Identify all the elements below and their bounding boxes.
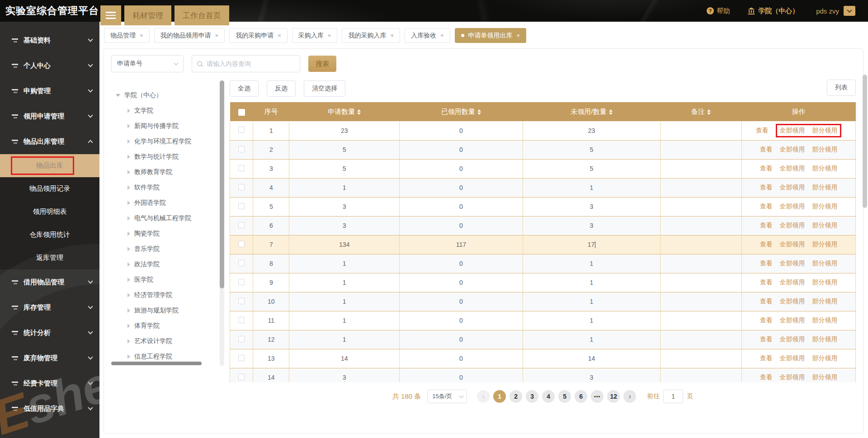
column-header-4[interactable]: 备注	[660, 102, 742, 121]
collapsed-arrow-icon[interactable]	[127, 216, 130, 221]
row-checkbox[interactable]	[238, 317, 245, 323]
expanded-arrow-icon[interactable]	[116, 94, 120, 97]
goto-page-input[interactable]	[663, 390, 683, 403]
page-button-4[interactable]: 4	[542, 390, 555, 403]
tree-node[interactable]: 医学院	[116, 272, 218, 287]
top-nav-tab[interactable]: 工作台首页	[175, 5, 229, 25]
tree-node[interactable]: 艺术设计学院	[116, 334, 218, 349]
claim-partial-link[interactable]: 部分领用	[812, 354, 837, 362]
column-header-2[interactable]: 已领用数量	[400, 102, 523, 121]
page-button-12[interactable]: 12	[607, 390, 620, 403]
hamburger-menu-icon[interactable]	[100, 5, 121, 25]
tree-node[interactable]: 新闻与传播学院	[116, 118, 218, 134]
tree-node[interactable]: 外国语学院	[116, 195, 218, 211]
row-checkbox[interactable]	[238, 184, 245, 190]
collapsed-arrow-icon[interactable]	[127, 354, 130, 359]
tab-chip-3[interactable]: 采购入库 ×	[292, 28, 338, 43]
sidebar-item-5[interactable]: 借用物品管理	[0, 269, 99, 295]
claim-partial-link[interactable]: 部分领用	[812, 127, 837, 134]
claim-partial-link[interactable]: 部分领用	[812, 278, 837, 286]
page-button-5[interactable]: 5	[558, 390, 571, 403]
tree-node[interactable]: 经济管理学院	[116, 287, 218, 303]
sidebar-item-3[interactable]: 领用申请管理	[0, 104, 99, 129]
tree-node[interactable]: 政法学院	[116, 257, 218, 272]
collapsed-arrow-icon[interactable]	[127, 339, 130, 344]
claim-partial-link[interactable]: 部分领用	[812, 221, 837, 229]
view-link[interactable]: 查看	[760, 240, 773, 248]
claim-partial-link[interactable]: 部分领用	[812, 373, 837, 381]
collapsed-arrow-icon[interactable]	[127, 108, 130, 113]
tab-chip-0[interactable]: 物品管理 ×	[104, 28, 150, 43]
collapsed-arrow-icon[interactable]	[127, 124, 130, 128]
select-all-button[interactable]: 全选	[230, 80, 259, 97]
sidebar-subitem-3[interactable]: 仓库领用统计	[0, 223, 99, 246]
column-header-3[interactable]: 未领用/数量	[523, 102, 660, 121]
row-checkbox[interactable]	[238, 260, 245, 266]
tab-chip-2[interactable]: 我的采购申请 ×	[229, 28, 288, 43]
tree-node[interactable]: 教师教育学院	[116, 165, 218, 180]
view-link[interactable]: 查看	[756, 127, 769, 134]
tree-node[interactable]: 音乐学院	[116, 241, 218, 257]
row-checkbox[interactable]	[238, 336, 245, 342]
sidebar-item-4[interactable]: 物品出库管理	[0, 129, 99, 154]
view-link[interactable]: 查看	[760, 316, 773, 324]
tree-horizontal-scrollbar[interactable]	[111, 362, 202, 365]
row-checkbox[interactable]	[238, 355, 245, 361]
view-link[interactable]: 查看	[760, 335, 773, 343]
row-checkbox[interactable]	[238, 127, 245, 133]
claim-all-link[interactable]: 全部领用	[780, 297, 805, 305]
sidebar-subitem-1[interactable]: 物品领用记录	[0, 177, 99, 200]
sidebar-item-1[interactable]: 个人中心	[0, 53, 99, 78]
page-button-1[interactable]: 1	[493, 390, 506, 403]
row-checkbox[interactable]	[238, 374, 245, 380]
invert-selection-button[interactable]: 反选	[267, 80, 296, 97]
sidebar-item-0[interactable]: 基础资料	[0, 28, 99, 53]
close-icon[interactable]: ×	[215, 32, 219, 39]
tree-node[interactable]: 文学院	[116, 103, 218, 118]
sidebar-subitem-4[interactable]: 返库管理	[0, 246, 99, 269]
view-link[interactable]: 查看	[760, 259, 773, 267]
collapsed-arrow-icon[interactable]	[127, 324, 130, 328]
search-input[interactable]	[207, 60, 295, 67]
sort-icon[interactable]	[357, 109, 361, 115]
claim-all-link[interactable]: 全部领用	[780, 278, 805, 286]
tree-node[interactable]: 体育学院	[116, 318, 218, 334]
user-menu[interactable]: pds zvy	[816, 6, 855, 16]
page-scrollbar-thumb[interactable]	[863, 75, 867, 208]
tree-node[interactable]: 电气与机械工程学院	[116, 211, 218, 226]
row-checkbox[interactable]	[238, 298, 245, 304]
page-size-select[interactable]: 15条/页	[427, 390, 467, 403]
row-checkbox[interactable]	[238, 222, 245, 228]
view-link[interactable]: 查看	[760, 354, 773, 362]
collapsed-arrow-icon[interactable]	[127, 278, 130, 282]
close-icon[interactable]: ×	[440, 32, 444, 39]
claim-all-link[interactable]: 全部领用	[780, 165, 805, 172]
collapsed-arrow-icon[interactable]	[127, 139, 130, 144]
view-link[interactable]: 查看	[760, 165, 773, 172]
claim-all-link[interactable]: 全部领用	[780, 259, 805, 267]
view-link[interactable]: 查看	[760, 278, 773, 286]
column-header-1[interactable]: 申请数量	[289, 102, 400, 121]
tab-chip-6[interactable]: 申请单领用出库 ×	[455, 28, 527, 43]
page-button-2[interactable]: 2	[509, 390, 522, 403]
sidebar-subitem-0[interactable]: 物品出库	[0, 154, 99, 177]
close-icon[interactable]: ×	[390, 32, 394, 39]
page-button-6[interactable]: 6	[575, 390, 587, 403]
claim-partial-link[interactable]: 部分领用	[812, 259, 837, 267]
tab-chip-1[interactable]: 我的物品领用申请 ×	[154, 28, 225, 43]
tree-root-node[interactable]: 学院（中心）	[116, 88, 218, 103]
row-checkbox[interactable]	[238, 203, 245, 209]
claim-all-link[interactable]: 全部领用	[780, 373, 805, 381]
collapsed-arrow-icon[interactable]	[127, 170, 130, 174]
next-page-button[interactable]: ›	[623, 390, 636, 403]
claim-all-link[interactable]: 全部领用	[780, 335, 805, 343]
scrollbar-thumb[interactable]	[220, 80, 224, 288]
view-link[interactable]: 查看	[760, 203, 773, 210]
sidebar-item-7[interactable]: 统计分析	[0, 320, 99, 345]
top-nav-tab[interactable]: 耗材管理	[124, 5, 171, 25]
collapsed-arrow-icon[interactable]	[127, 231, 130, 236]
claim-all-link[interactable]: 全部领用	[780, 127, 805, 134]
tree-node[interactable]: 软件学院	[116, 180, 218, 195]
row-checkbox[interactable]	[238, 165, 245, 171]
sidebar-item-2[interactable]: 申购管理	[0, 78, 99, 104]
